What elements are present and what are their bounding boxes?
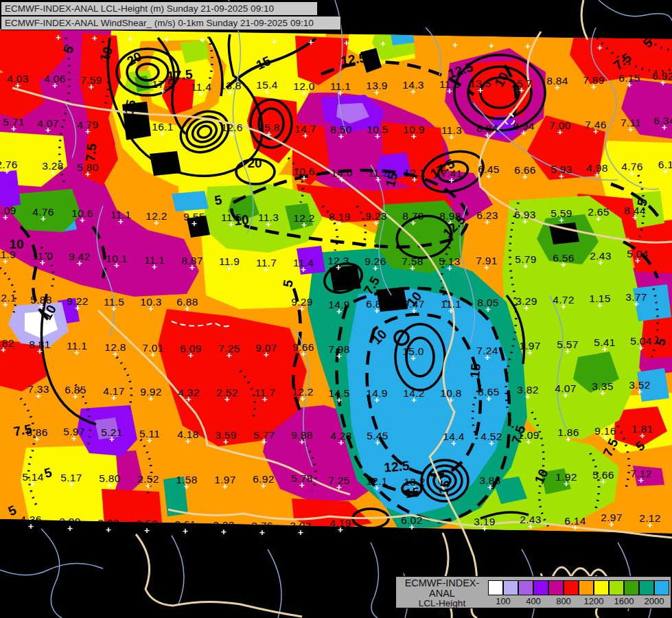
legend-tick-labels: 100400800120016002000: [488, 596, 669, 606]
legend-swatch: [533, 580, 548, 595]
legend-unit: m: [397, 608, 487, 617]
weather-map-screen: 4.03+4.06+7.59+17.5+11.4+13.8+15.4+12.0+…: [0, 0, 672, 618]
legend-tick-label: 100: [496, 596, 511, 606]
legend-swatch: [488, 580, 503, 595]
legend-swatch: [548, 580, 564, 595]
legend-swatch: [503, 580, 518, 595]
legend-tick-label: 800: [556, 596, 571, 606]
lcl-fill-layer: [0, 29, 672, 534]
legend-swatch: [594, 580, 609, 595]
legend-swatch: [654, 580, 669, 595]
weather-map-canvas: [0, 0, 672, 618]
legend-box: ECMWF-INDEX-ANAL LCL-Height m 1004008001…: [395, 576, 671, 608]
legend-tick-label: 1600: [614, 596, 634, 606]
legend-parameter: LCL-Height: [397, 599, 487, 608]
legend-tick-label: 1200: [584, 596, 604, 606]
legend-swatch: [564, 580, 579, 595]
title-bar-windshear: ECMWF-INDEX-ANAL WindShear_ (m/s) 0-1km …: [1, 16, 341, 30]
legend-swatch: [518, 580, 533, 595]
title-bar-lcl: ECMWF-INDEX-ANAL LCL-Height (m) Sunday 2…: [1, 1, 318, 16]
legend-swatch: [609, 580, 624, 595]
legend-tick-label: 400: [526, 596, 541, 606]
legend-swatch: [624, 580, 639, 595]
legend-text-block: ECMWF-INDEX-ANAL LCL-Height m: [397, 578, 487, 617]
legend-swatch: [579, 580, 594, 595]
title-windshear-text: ECMWF-INDEX-ANAL WindShear_ (m/s) 0-1km …: [5, 18, 314, 28]
legend-title: ECMWF-INDEX-ANAL: [397, 578, 487, 599]
legend-swatch: [639, 580, 654, 595]
legend-color-scale: [488, 580, 669, 595]
legend-tick-label: 2000: [645, 596, 664, 606]
title-lcl-text: ECMWF-INDEX-ANAL LCL-Height (m) Sunday 2…: [5, 3, 274, 14]
